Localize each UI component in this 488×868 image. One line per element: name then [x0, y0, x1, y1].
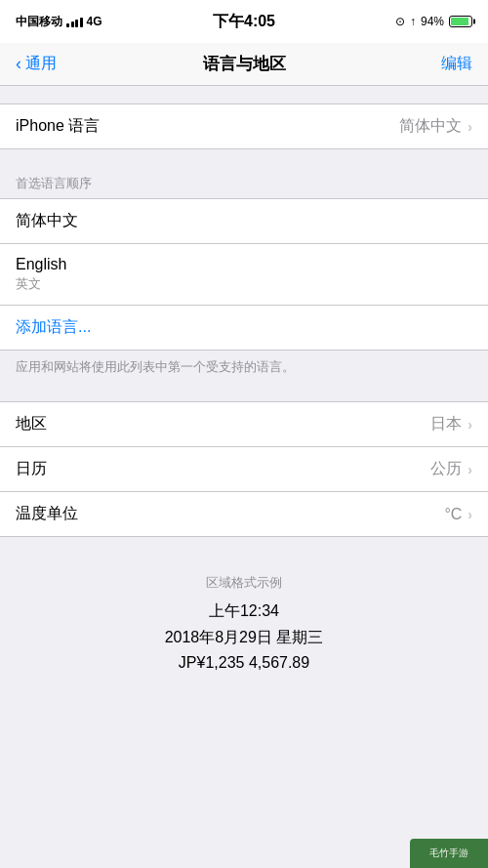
calendar-value: 公历	[430, 459, 462, 479]
format-example-date: 2018年8月29日 星期三	[16, 628, 472, 648]
format-example-section: 区域格式示例 上午12:34 2018年8月29日 星期三 JP¥1,235 4…	[0, 555, 488, 687]
content-area: iPhone 语言 简体中文 › 首选语言顺序 简体中文 English 英文 …	[0, 86, 488, 687]
region-group: 地区 日本 › 日历 公历 › 温度单位 °C ›	[0, 401, 488, 537]
temperature-row[interactable]: 温度单位 °C ›	[0, 492, 488, 536]
region-label: 地区	[16, 414, 47, 434]
calendar-chevron-icon: ›	[468, 462, 472, 477]
status-bar-left: 中国移动 4G	[16, 14, 102, 30]
iphone-language-label: iPhone 语言	[16, 116, 100, 137]
battery-fill	[451, 18, 468, 25]
temperature-value: °C	[444, 506, 462, 523]
battery-percent-label: 94%	[421, 15, 444, 28]
gap-1	[0, 86, 488, 103]
temperature-chevron-icon: ›	[468, 507, 472, 522]
back-label: 通用	[25, 54, 57, 74]
carrier-label: 中国移动	[16, 14, 62, 30]
signal-bar-2	[71, 21, 74, 27]
location-icon: ⊙	[395, 15, 405, 28]
language-english-primary: English	[16, 256, 472, 273]
signal-bar-4	[80, 18, 83, 27]
calendar-value-group: 公历 ›	[430, 459, 472, 479]
gap-3	[0, 384, 488, 401]
calendar-label: 日历	[16, 459, 47, 479]
language-item-simplified-chinese[interactable]: 简体中文	[0, 199, 488, 244]
back-chevron-icon: ‹	[16, 54, 21, 74]
status-bar-right: ⊙ ↑ 94%	[395, 15, 472, 28]
status-bar-time: 下午4:05	[213, 12, 275, 32]
preferred-languages-header: 首选语言顺序	[0, 167, 488, 198]
language-item-english[interactable]: English 英文	[0, 244, 488, 306]
format-example-title: 区域格式示例	[16, 574, 472, 592]
preferred-languages-group: 简体中文 English 英文 添加语言...	[0, 198, 488, 351]
signal-bars-icon	[66, 16, 83, 27]
language-primary-label: 简体中文	[16, 211, 472, 231]
gps-icon: ↑	[410, 15, 416, 28]
back-button[interactable]: ‹ 通用	[16, 54, 57, 74]
signal-bar-3	[75, 20, 78, 27]
page-title: 语言与地区	[203, 53, 286, 75]
format-example-numbers: JP¥1,235 4,567.89	[16, 654, 472, 672]
iphone-language-group: iPhone 语言 简体中文 ›	[0, 103, 488, 149]
network-type-label: 4G	[87, 15, 102, 28]
temperature-label: 温度单位	[16, 504, 78, 524]
iphone-language-chevron-icon: ›	[468, 119, 472, 135]
gap-2	[0, 149, 488, 167]
signal-bar-1	[66, 23, 69, 27]
edit-button[interactable]: 编辑	[441, 54, 472, 74]
status-bar: 中国移动 4G 下午4:05 ⊙ ↑ 94%	[0, 0, 488, 43]
region-value: 日本	[430, 414, 462, 434]
add-language-button[interactable]: 添加语言...	[0, 306, 488, 350]
language-english-secondary: 英文	[16, 275, 472, 293]
watermark-text: 毛竹手游	[429, 847, 468, 860]
iphone-language-row[interactable]: iPhone 语言 简体中文 ›	[0, 104, 488, 148]
battery-icon	[449, 16, 472, 27]
region-row[interactable]: 地区 日本 ›	[0, 402, 488, 447]
temperature-value-group: °C ›	[444, 506, 472, 523]
region-value-group: 日本 ›	[430, 414, 472, 434]
iphone-language-value: 简体中文	[399, 116, 462, 137]
region-chevron-icon: ›	[468, 417, 472, 433]
calendar-row[interactable]: 日历 公历 ›	[0, 447, 488, 492]
watermark: 毛竹手游	[410, 839, 488, 868]
navigation-bar: ‹ 通用 语言与地区 编辑	[0, 43, 488, 86]
preferred-languages-notice: 应用和网站将使用此列表中第一个受支持的语言。	[0, 351, 488, 384]
format-example-time: 上午12:34	[16, 601, 472, 622]
iphone-language-value-group: 简体中文 ›	[399, 116, 472, 137]
